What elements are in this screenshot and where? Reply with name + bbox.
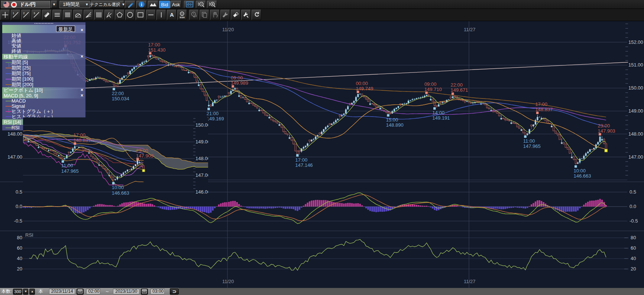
svg-text:149.191: 149.191 [433,115,450,121]
svg-text:20: 20 [631,266,636,272]
svg-text:17:00: 17:00 [148,42,160,48]
svg-text:17:00: 17:00 [295,157,308,163]
svg-text:60: 60 [631,245,636,251]
svg-text:80: 80 [17,235,22,240]
svg-text:17:00: 17:00 [73,132,85,138]
svg-text:151.430: 151.430 [148,47,165,53]
svg-text:2: 2 [23,12,25,15]
svg-text:09:00: 09:00 [231,75,243,81]
svg-text:80: 80 [631,235,636,240]
svg-text:148.00: 148.00 [628,131,643,137]
svg-text:20: 20 [17,266,22,272]
svg-text:148.837: 148.837 [535,107,553,112]
svg-text:147.146: 147.146 [295,162,313,168]
svg-text:150.00: 150.00 [195,122,208,128]
svg-text:11/20: 11/20 [222,27,234,32]
svg-text:22:00: 22:00 [451,82,463,88]
svg-text:23:00: 23:00 [598,123,610,129]
svg-text:09:00: 09:00 [424,81,437,87]
svg-text:15:00: 15:00 [386,117,398,123]
svg-text:148.890: 148.890 [386,122,404,128]
svg-text:22:00: 22:00 [112,91,124,96]
svg-text:00:00: 00:00 [356,81,368,86]
svg-text:10:00: 10:00 [112,185,124,190]
svg-text:icon: icon [180,16,185,19]
svg-text:1: 1 [13,12,14,15]
svg-text:149.749: 149.749 [356,86,373,91]
svg-text:0.5: 0.5 [630,189,636,195]
svg-text:-0.5: -0.5 [14,218,22,224]
svg-text:147.903: 147.903 [136,153,153,159]
svg-text:0.0: 0.0 [16,204,22,209]
svg-text:A: A [170,12,174,18]
svg-text:14:00: 14:00 [433,110,445,116]
svg-text:149.989: 149.989 [231,80,248,86]
svg-text:21:00: 21:00 [207,111,219,116]
svg-text:148.837: 148.837 [73,137,91,143]
svg-text:146.00: 146.00 [195,189,208,195]
svg-text:146.663: 146.663 [112,190,129,196]
svg-text:149.710: 149.710 [424,87,442,92]
svg-text:150.00: 150.00 [628,85,643,91]
svg-text:152.00: 152.00 [628,39,643,45]
svg-text:151.00: 151.00 [628,62,643,68]
svg-text:60: 60 [17,245,22,251]
svg-text:149.671: 149.671 [451,87,468,93]
svg-text:23:00: 23:00 [136,148,148,153]
svg-text:147.00: 147.00 [195,172,208,178]
svg-text:147.903: 147.903 [598,128,615,134]
svg-text:149.00: 149.00 [628,108,643,114]
svg-text:149.169: 149.169 [207,116,224,121]
svg-text:147.965: 147.965 [61,168,79,174]
svg-text:147.00: 147.00 [628,154,643,160]
svg-text:147.00: 147.00 [7,154,22,160]
svg-text:11:00: 11:00 [523,138,535,144]
svg-text:10:00: 10:00 [574,168,586,174]
svg-text:3: 3 [33,12,35,15]
svg-text:RSI: RSI [25,232,33,238]
svg-text:11/20: 11/20 [222,279,234,284]
svg-text:0.5: 0.5 [16,189,22,195]
svg-text:17:00: 17:00 [535,101,547,107]
svg-text:146.663: 146.663 [574,173,591,179]
svg-text:150.034: 150.034 [112,96,129,101]
svg-text:-0.5: -0.5 [630,218,638,224]
svg-text:40: 40 [631,256,636,261]
svg-text:11/27: 11/27 [464,27,476,32]
svg-text:149.00: 149.00 [195,139,208,145]
svg-text:11:00: 11:00 [61,163,73,168]
svg-text:148.00: 148.00 [195,156,208,161]
svg-text:147.965: 147.965 [523,143,541,149]
svg-text:40: 40 [17,256,22,261]
svg-text:148.00: 148.00 [7,131,22,137]
svg-text:11/27: 11/27 [464,279,476,284]
svg-text:0.0: 0.0 [630,204,636,209]
